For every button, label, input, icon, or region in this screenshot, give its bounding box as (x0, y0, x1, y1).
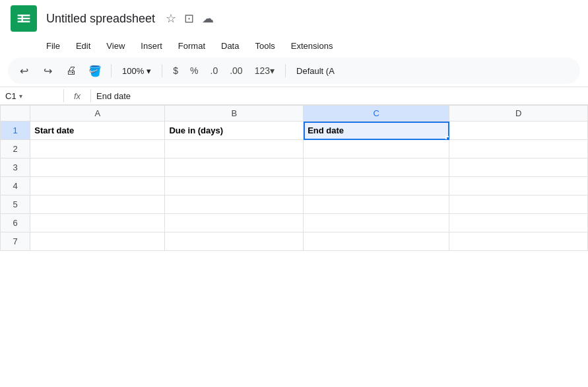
svg-rect-2 (18, 18, 30, 19)
cell-ref-dropdown-icon[interactable]: ▾ (19, 92, 22, 100)
menu-edit[interactable]: Edit (69, 38, 97, 53)
cell-b6[interactable] (165, 214, 304, 232)
cell-a1[interactable]: Start date (30, 122, 165, 140)
fx-icon: fx (69, 91, 85, 101)
cell-ref-label: C1 (5, 91, 16, 101)
cell-b1[interactable]: Due in (days) (165, 122, 304, 140)
zoom-value: 100% (122, 66, 144, 76)
cell-d7[interactable] (449, 232, 588, 251)
decimal-less-button[interactable]: .0 (205, 63, 224, 79)
menu-tools[interactable]: Tools (248, 38, 281, 53)
row-header-2[interactable]: 2 (1, 140, 30, 158)
cell-a6[interactable] (30, 214, 165, 232)
cell-c7[interactable] (304, 232, 449, 251)
table-row: 5 (1, 195, 588, 214)
cell-b2[interactable] (165, 140, 304, 158)
currency-button[interactable]: $ (168, 63, 183, 79)
app-logo[interactable] (11, 5, 37, 32)
cell-a5[interactable] (30, 195, 165, 214)
row-header-6[interactable]: 6 (1, 214, 30, 232)
cell-d6[interactable] (449, 214, 588, 232)
cell-b3[interactable] (165, 158, 304, 177)
toolbar-divider-1 (111, 64, 112, 77)
cell-c1[interactable]: End date (304, 122, 449, 140)
row-header-4[interactable]: 4 (1, 177, 30, 195)
zoom-arrow-icon: ▾ (147, 66, 151, 76)
cell-d4[interactable] (449, 177, 588, 195)
table-row: 7 (1, 232, 588, 251)
format-buttons: $ % .0 .00 123▾ (168, 63, 280, 79)
menu-data[interactable]: Data (214, 38, 245, 53)
number-format-button[interactable]: 123▾ (249, 63, 280, 79)
cell-d3[interactable] (449, 158, 588, 177)
cell-a4[interactable] (30, 177, 165, 195)
menu-bar: File Edit View Insert Format Data Tools … (0, 37, 588, 55)
title-bar: Untitled spreadsheet ☆ ⊡ ☁ (0, 0, 588, 37)
table-row: 6 (1, 214, 588, 232)
formula-input[interactable]: End date (96, 91, 583, 101)
cell-b7[interactable] (165, 232, 304, 251)
sheet-table: A B C D 1 Start date Due in (days) End d… (0, 105, 588, 251)
cell-d5[interactable] (449, 195, 588, 214)
cell-a2[interactable] (30, 140, 165, 158)
drive-icon[interactable]: ⊡ (184, 11, 194, 26)
toolbar: ↩ ↪ 🖨 🪣 100% ▾ $ % .0 .00 123▾ Default (… (8, 57, 580, 84)
corner-header (1, 106, 30, 122)
undo-button[interactable]: ↩ (13, 60, 34, 81)
paint-format-button[interactable]: 🪣 (84, 60, 106, 81)
table-row: 1 Start date Due in (days) End date (1, 122, 588, 140)
table-row: 4 (1, 177, 588, 195)
toolbar-divider-2 (162, 64, 162, 77)
row-header-5[interactable]: 5 (1, 195, 30, 214)
cloud-icon[interactable]: ☁ (202, 11, 214, 26)
font-selector[interactable]: Default (A (291, 63, 340, 79)
formula-content-divider (90, 89, 91, 102)
spreadsheet: A B C D 1 Start date Due in (days) End d… (0, 105, 588, 251)
formula-bar: C1 ▾ fx End date (0, 87, 588, 105)
row-header-7[interactable]: 7 (1, 232, 30, 251)
cell-c2[interactable] (304, 140, 449, 158)
star-icon[interactable]: ☆ (166, 11, 176, 26)
cell-d2[interactable] (449, 140, 588, 158)
table-row: 2 (1, 140, 588, 158)
col-header-c[interactable]: C (304, 106, 449, 122)
svg-rect-3 (18, 21, 30, 22)
table-row: 3 (1, 158, 588, 177)
redo-button[interactable]: ↪ (37, 60, 58, 81)
cell-a3[interactable] (30, 158, 165, 177)
menu-format[interactable]: Format (172, 38, 212, 53)
zoom-selector[interactable]: 100% ▾ (117, 63, 156, 79)
menu-file[interactable]: File (40, 38, 67, 53)
spreadsheet-title[interactable]: Untitled spreadsheet (46, 12, 155, 26)
svg-rect-4 (22, 15, 23, 22)
cell-b4[interactable] (165, 177, 304, 195)
menu-view[interactable]: View (100, 38, 131, 53)
cell-b5[interactable] (165, 195, 304, 214)
title-icons: ☆ ⊡ ☁ (166, 11, 214, 26)
row-header-1[interactable]: 1 (1, 122, 30, 140)
svg-rect-1 (18, 15, 30, 16)
cell-c6[interactable] (304, 214, 449, 232)
formula-bar-divider (63, 89, 64, 102)
row-header-3[interactable]: 3 (1, 158, 30, 177)
percent-button[interactable]: % (185, 63, 203, 79)
decimal-more-button[interactable]: .00 (224, 63, 247, 79)
col-header-b[interactable]: B (165, 106, 304, 122)
col-header-d[interactable]: D (449, 106, 588, 122)
menu-extensions[interactable]: Extensions (284, 38, 340, 53)
selection-handle (445, 136, 449, 140)
cell-c5[interactable] (304, 195, 449, 214)
cell-c4[interactable] (304, 177, 449, 195)
cell-d1[interactable] (449, 122, 588, 140)
col-header-a[interactable]: A (30, 106, 165, 122)
print-button[interactable]: 🖨 (61, 60, 82, 81)
cell-c3[interactable] (304, 158, 449, 177)
toolbar-divider-3 (285, 64, 286, 77)
cell-reference-box[interactable]: C1 ▾ (5, 91, 58, 101)
cell-a7[interactable] (30, 232, 165, 251)
menu-insert[interactable]: Insert (134, 38, 169, 53)
